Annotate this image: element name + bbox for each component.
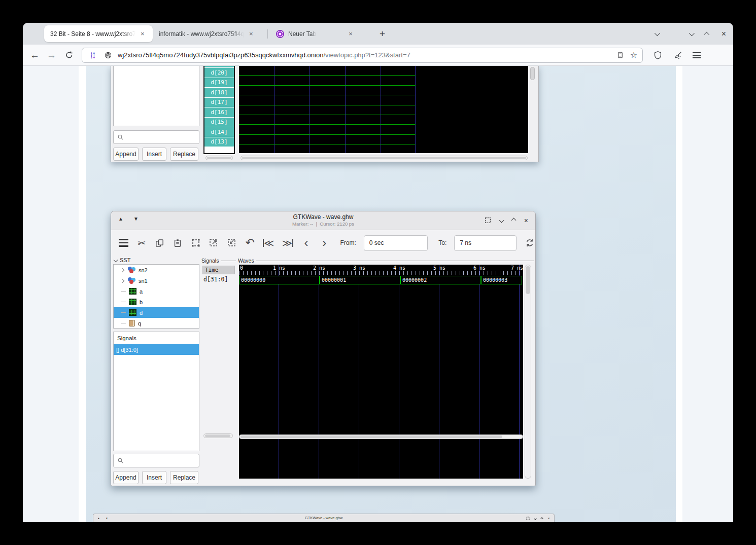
list-all-tabs-icon[interactable] [654, 30, 660, 35]
to-field[interactable]: 7 ns [454, 235, 517, 251]
minimize-icon[interactable] [534, 517, 537, 520]
tree-connector [121, 291, 126, 292]
timeline-tick: 5 ns [433, 265, 445, 271]
timeline-tick: 2 ns [313, 265, 325, 271]
tab-1[interactable]: 32 Bit - Seite 8 - www.wj2xtsro7 × [44, 25, 153, 42]
signal-row[interactable]: d[14] [204, 127, 234, 137]
signal-row[interactable]: d[18] [204, 88, 234, 97]
signal-icon [129, 309, 136, 316]
top-replace-button[interactable]: Replace [170, 148, 198, 161]
timeline-tick: 6 ns [473, 265, 486, 271]
top-signal-name-column[interactable]: d[20] d[19] d[18] d[17] d[16] d[15] d[14… [203, 66, 235, 154]
top-wave-hscrollbar[interactable] [240, 156, 528, 160]
expander-right-icon[interactable] [120, 278, 124, 282]
sst-expander[interactable]: SST [114, 257, 130, 263]
back-button[interactable]: ← [30, 50, 40, 60]
timeline-tick: 0 [240, 265, 243, 271]
tree-item-sn1[interactable]: sn1 [114, 275, 199, 286]
signal-icon [129, 299, 136, 305]
paste-icon[interactable] [173, 237, 183, 248]
minimize-icon[interactable] [499, 218, 504, 223]
circuit-icon[interactable] [87, 50, 98, 61]
append-button[interactable]: Append [113, 471, 139, 484]
top-search-input[interactable] [113, 130, 199, 144]
module-icon [128, 277, 135, 284]
expander-right-icon[interactable] [120, 268, 124, 272]
undo-icon[interactable]: ↶ [245, 237, 255, 248]
select-region-icon[interactable] [485, 217, 491, 224]
shift-left-icon[interactable]: ‹ [301, 237, 312, 248]
sst-label: SST [120, 257, 130, 263]
signal-row[interactable]: d[15] [204, 118, 234, 127]
signal-row[interactable]: d[20] [204, 68, 234, 78]
signal-row[interactable]: d[16] [204, 107, 234, 117]
tab-3[interactable]: Neuer Tab × [270, 25, 373, 42]
tree-item-label: b [140, 299, 143, 305]
url-text[interactable]: wj2xtsro75fl4q5mo724fudy375vblpqfai3pzp6… [118, 51, 611, 59]
top-insert-button[interactable]: Insert [142, 148, 166, 161]
insert-button[interactable]: Insert [142, 471, 166, 484]
go-to-start-icon[interactable]: ≪ [263, 239, 274, 247]
wave-hscrollbar[interactable] [239, 434, 523, 439]
menu-icon[interactable] [118, 237, 129, 248]
window-minimize-icon[interactable] [689, 30, 694, 35]
from-field[interactable]: 0 sec [364, 235, 428, 251]
tab-3-close-icon[interactable]: × [349, 30, 353, 37]
shield-icon[interactable] [652, 50, 663, 61]
select-region-icon[interactable] [526, 517, 530, 520]
menu-hamburger-icon[interactable] [693, 52, 701, 58]
signal-name-cell[interactable]: d[31:0] [202, 275, 235, 283]
time-header-cell[interactable]: Time [202, 266, 235, 274]
zoom-out-icon[interactable] [227, 237, 237, 248]
replace-button[interactable]: Replace [170, 471, 198, 484]
maximize-icon[interactable] [511, 218, 516, 223]
top-signal-hscrollbar[interactable] [205, 156, 233, 160]
top-tree-panel[interactable] [113, 66, 199, 126]
top-wave-vscrollbar[interactable] [530, 67, 535, 80]
waves-panel: Waves 0 1 ns 2 ns 3 ns 4 ns 5 ns [238, 257, 534, 487]
tab-1-close-icon[interactable]: × [141, 30, 145, 37]
top-wave-canvas[interactable] [239, 66, 528, 153]
zoom-fit-icon[interactable] [191, 237, 201, 248]
go-to-end-icon[interactable]: ≫ [282, 239, 294, 247]
tree-item-sn2[interactable]: sn2 [114, 265, 199, 275]
onion-site-icon[interactable] [102, 50, 114, 61]
reader-mode-icon[interactable] [615, 50, 626, 61]
wave-canvas[interactable]: 0 1 ns 2 ns 3 ns 4 ns 5 ns 6 ns 7 ns [239, 265, 523, 479]
tree-item-a[interactable]: a [114, 286, 199, 297]
tab-2-close-icon[interactable]: × [249, 30, 253, 37]
waves-panel-label: Waves [238, 257, 534, 264]
timeline-tick: 1 ns [273, 265, 285, 271]
port-icon [129, 320, 135, 326]
tree-item-q[interactable]: q [114, 318, 199, 329]
shift-right-icon[interactable]: › [319, 237, 330, 248]
top-append-button[interactable]: Append [113, 148, 139, 161]
cut-icon[interactable]: ✂ [136, 237, 147, 248]
signal-row[interactable]: d[13] [204, 137, 234, 147]
reload-waves-icon[interactable] [524, 237, 535, 248]
new-identity-broom-icon[interactable] [672, 50, 683, 61]
tree-item-d-selected[interactable]: d [114, 307, 199, 318]
forward-button[interactable]: → [47, 50, 56, 60]
signal-row[interactable]: d[17] [204, 98, 234, 107]
zoom-in-icon[interactable] [209, 237, 219, 248]
tree-item-b[interactable]: b [114, 297, 199, 307]
reload-button[interactable] [63, 50, 75, 61]
selected-signal-row[interactable]: [] d[31:0] [114, 344, 199, 355]
main-search-input[interactable] [113, 454, 199, 467]
sst-tree[interactable]: sn2 sn1 a [113, 264, 199, 329]
tab-2[interactable]: informatik - www.wj2xtsro75fl4q × [153, 25, 265, 42]
window-maximize-icon[interactable] [704, 31, 709, 37]
maximize-icon[interactable] [540, 517, 543, 520]
close-icon[interactable]: × [524, 217, 528, 224]
main-titlebar[interactable]: ▲ ▼ GTKWave - wave.ghw Marker: -- | Curs… [111, 211, 535, 230]
signal-column-hscrollbar[interactable] [203, 433, 233, 438]
window-close-icon[interactable]: × [721, 30, 726, 38]
url-bar[interactable]: wj2xtsro75fl4q5mo724fudy375vblpqfai3pzp6… [82, 48, 643, 63]
close-icon[interactable]: × [547, 517, 550, 520]
signal-row[interactable]: d[19] [204, 78, 234, 88]
new-tab-button[interactable]: + [380, 28, 385, 40]
bookmark-star-icon[interactable]: ☆ [630, 50, 637, 60]
wave-vscrollbar[interactable] [525, 265, 531, 479]
copy-icon[interactable] [154, 237, 165, 248]
